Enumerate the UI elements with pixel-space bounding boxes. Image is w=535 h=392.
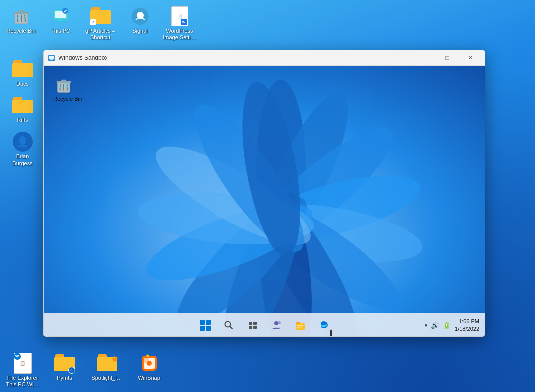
winsnap-app-icon <box>140 354 159 373</box>
chevron-up-icon[interactable]: ∧ <box>424 322 428 329</box>
desktop-bottom-icons: 📋 W File ExplorerThis PC Wi… ✓ Pymts <box>0 351 167 392</box>
desktop-icon-gp-articles-label: gP Articles –Shortcut <box>85 28 115 41</box>
svg-rect-37 <box>61 80 66 82</box>
start-button[interactable] <box>194 314 216 336</box>
svg-point-47 <box>274 321 278 325</box>
svg-rect-51 <box>297 325 303 326</box>
battery-icon[interactable]: 🔋 <box>442 321 451 329</box>
sandbox-recycle-bin[interactable]: Recycle Bin <box>54 75 82 102</box>
desktop-icon-recycle-bin[interactable]: Recycle Bin <box>2 4 40 43</box>
sandbox-desktop-bg: Recycle Bin <box>44 66 485 336</box>
svg-rect-57 <box>144 358 149 363</box>
desktop-icon-file-explorer-label: File ExplorerThis PC Wi… <box>6 375 39 388</box>
svg-rect-12 <box>58 20 63 21</box>
desktop-icon-winsnap[interactable]: WinSnap <box>130 351 167 390</box>
edge-icon <box>319 320 329 331</box>
svg-rect-52 <box>297 327 302 328</box>
minimize-button[interactable]: — <box>414 50 435 66</box>
sandbox-window: Windows Sandbox — □ ✕ <box>43 50 485 337</box>
svg-rect-45 <box>249 326 252 329</box>
sandbox-recycle-bin-label: Recycle Bin <box>54 96 82 102</box>
taskbar-clock[interactable]: 1:06 PM 1/18/2022 <box>455 318 479 332</box>
desktop-icon-signal-label: Signal <box>132 28 148 34</box>
desktop-icon-docs-label: Docs <box>16 81 29 87</box>
clock-time: 1:06 PM <box>455 318 479 325</box>
window-titlebar: Windows Sandbox — □ ✕ <box>44 50 485 66</box>
desktop-icon-wordpress[interactable]: 📄 W WordPressImage Setti… <box>161 4 198 43</box>
sandbox-desktop: Recycle Bin <box>44 66 485 336</box>
desktop-icon-spotlight-label: Spotlight_l… <box>91 375 122 381</box>
window-title-text: Windows Sandbox <box>58 55 414 61</box>
sandbox-window-icon <box>48 54 55 62</box>
svg-line-42 <box>230 326 232 329</box>
close-button[interactable]: ✕ <box>459 50 481 66</box>
desktop-icon-spotlight[interactable]: Spotlight_l… <box>88 351 125 390</box>
desktop-icon-file-explorer[interactable]: 📋 W File ExplorerThis PC Wi… <box>4 351 41 390</box>
desktop-icon-brian-burgess-label: Brian Burgess <box>6 153 39 166</box>
edge-button[interactable]: ▌ <box>313 314 335 336</box>
desktop-icon-pymts-label: Pymts <box>57 375 72 381</box>
search-icon <box>224 320 234 330</box>
desktop-icon-brian-burgess[interactable]: 👤 Brian Burgess <box>4 129 41 168</box>
teams-icon <box>271 320 282 331</box>
desktop-icon-docs[interactable]: Docs <box>4 57 41 89</box>
desktop-icon-riffs[interactable]: Riffs <box>4 93 41 125</box>
taskbar-system-tray: ∧ 🔊 🔋 1:06 PM 1/18/2022 <box>424 318 479 332</box>
desktop-icon-pymts[interactable]: ✓ Pymts <box>46 351 83 390</box>
svg-rect-17 <box>49 56 54 59</box>
file-explorer-button[interactable] <box>289 314 311 336</box>
windows-logo-icon <box>200 320 211 331</box>
svg-rect-13 <box>56 21 65 22</box>
search-button[interactable] <box>218 314 240 336</box>
svg-rect-5 <box>19 10 24 12</box>
svg-marker-53 <box>111 355 118 362</box>
taskbar-center-icons: ▌ <box>194 314 335 336</box>
sandbox-taskbar: ▌ ∧ 🔊 🔋 1:06 PM 1/18/2022 <box>44 313 485 336</box>
desktop-icon-this-pc-label: This PC <box>51 28 70 34</box>
desktop-icon-this-pc[interactable]: This PC <box>42 4 79 43</box>
task-view-button[interactable] <box>242 314 264 336</box>
task-view-icon <box>248 320 258 330</box>
teams-button[interactable] <box>266 314 287 336</box>
desktop-icon-winsnap-label: WinSnap <box>138 375 160 381</box>
desktop-icon-wordpress-label: WordPressImage Setti… <box>163 28 196 41</box>
svg-rect-46 <box>253 326 257 329</box>
window-controls: — □ ✕ <box>414 50 481 66</box>
maximize-button[interactable]: □ <box>436 50 458 66</box>
desktop-icon-signal[interactable]: Signal <box>121 4 159 43</box>
file-explorer-icon <box>295 320 306 331</box>
bloom-wallpaper <box>44 66 485 336</box>
desktop-icon-recycle-bin-label: Recycle Bin <box>6 28 35 34</box>
volume-icon[interactable]: 🔊 <box>431 321 439 329</box>
svg-point-48 <box>278 321 281 324</box>
svg-rect-18 <box>50 59 53 60</box>
svg-rect-44 <box>253 322 257 325</box>
clock-date: 1/18/2022 <box>455 325 479 332</box>
star-badge-icon <box>110 354 119 363</box>
system-tray-icons: ∧ 🔊 🔋 <box>424 321 451 329</box>
desktop-icon-gp-articles[interactable]: ↗ gP Articles –Shortcut <box>82 4 119 43</box>
desktop-icon-riffs-label: Riffs <box>17 117 28 123</box>
desktop-left-icons: Docs Riffs 👤 Brian Burgess <box>4 57 41 168</box>
svg-rect-43 <box>249 322 252 325</box>
svg-rect-50 <box>296 322 300 324</box>
desktop-top-icons: Recycle Bin This PC ↗ gP A <box>2 4 198 43</box>
